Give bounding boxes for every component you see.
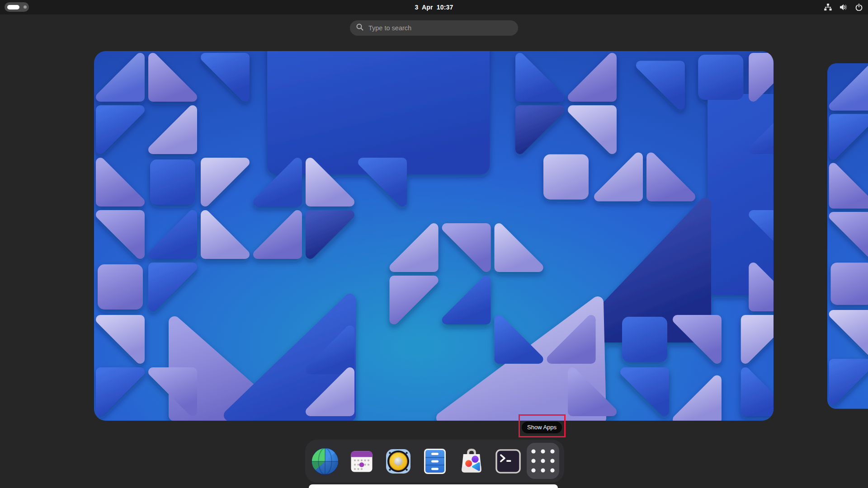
power-icon[interactable] (855, 4, 863, 11)
show-apps-grid-icon (531, 449, 555, 473)
software-app[interactable] (458, 447, 486, 475)
gnome-overview: 3 Apr 10:37 (0, 0, 868, 488)
volume-icon[interactable] (840, 4, 848, 11)
web-browser-app[interactable] (311, 447, 339, 475)
annotation-highlight-box (519, 414, 566, 437)
top-bar: 3 Apr 10:37 (0, 0, 868, 14)
show-apps-button[interactable] (527, 443, 559, 479)
network-icon[interactable] (824, 4, 832, 11)
files-app[interactable] (421, 447, 449, 475)
search-bar[interactable]: Type to search (350, 20, 518, 36)
search-icon (356, 23, 363, 33)
terminal-app[interactable] (494, 447, 522, 475)
calendar-app[interactable] (348, 447, 376, 475)
search-placeholder: Type to search (368, 24, 411, 32)
workspace-preview-next[interactable] (827, 63, 868, 409)
bottom-window-edge[interactable] (309, 484, 558, 488)
clock[interactable]: 3 Apr 10:37 (0, 0, 868, 14)
workspace-preview-active[interactable] (94, 51, 774, 421)
music-player-app[interactable] (384, 447, 412, 475)
system-status-area[interactable] (824, 0, 863, 14)
